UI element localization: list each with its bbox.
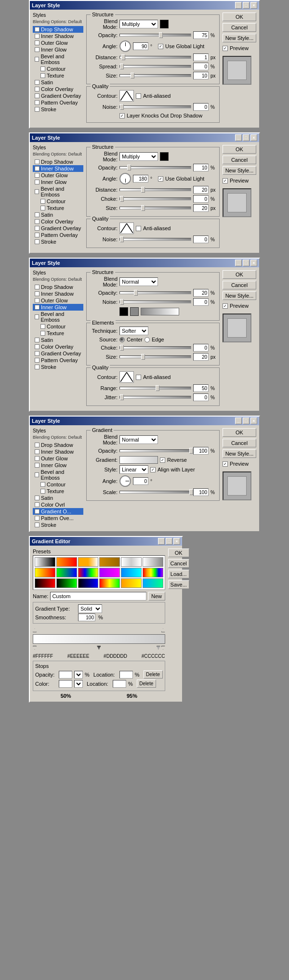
ge-load-btn[interactable]: Load...: [168, 570, 189, 578]
preset-2[interactable]: [56, 557, 77, 567]
maximize-btn-3[interactable]: □: [243, 260, 250, 266]
preview-cb-4[interactable]: [223, 461, 228, 467]
sidebar-item-drop-shadow-3[interactable]: Drop Shadow: [33, 284, 83, 290]
color-delete-btn[interactable]: Delete: [137, 679, 156, 688]
opacity-slider-1[interactable]: [119, 34, 191, 37]
ge-save-btn[interactable]: Save...: [168, 580, 189, 589]
distance-slider-2[interactable]: [119, 188, 191, 191]
noise-input-3[interactable]: [193, 298, 209, 306]
sidebar-item-bevel-4[interactable]: Bevel and Emboss: [33, 469, 83, 481]
preset-8[interactable]: [56, 568, 77, 577]
opacity-thumb-2[interactable]: [127, 165, 131, 170]
new-btn-ge[interactable]: New: [148, 592, 165, 601]
blend-mode-select-1[interactable]: Multiply: [119, 20, 158, 28]
sidebar-item-inner-shadow-2[interactable]: Inner Shadow: [33, 165, 83, 172]
jitter-slider-3[interactable]: [119, 396, 191, 399]
cancel-btn-2[interactable]: Cancel: [223, 156, 256, 164]
anti-aliased-cb-1[interactable]: [136, 93, 141, 99]
angle-circle-1[interactable]: [119, 40, 131, 52]
distance-thumb-1[interactable]: [121, 54, 125, 60]
size-slider-2[interactable]: [119, 207, 191, 209]
sidebar-item-satin-1[interactable]: Satin: [33, 79, 83, 86]
sidebar-item-drop-shadow-4[interactable]: Drop Shadow: [33, 442, 83, 448]
opacity-input-4[interactable]: [193, 447, 209, 455]
jitter-thumb-3[interactable]: [120, 394, 124, 400]
preset-3[interactable]: [78, 557, 99, 567]
ok-btn-4[interactable]: OK: [223, 428, 256, 437]
ok-btn-2[interactable]: OK: [223, 145, 256, 154]
layer-knocks-cb-1[interactable]: [119, 113, 125, 118]
sidebar-item-satin-2[interactable]: Satin: [33, 211, 83, 218]
stop-100pct[interactable]: [161, 646, 165, 650]
preset-6[interactable]: [143, 557, 163, 567]
sidebar-item-color-overlay-2[interactable]: Color Overlay: [33, 218, 83, 225]
sidebar-item-drop-shadow-1[interactable]: Drop Shadow: [33, 26, 83, 33]
sidebar-item-contour-3[interactable]: Contour: [33, 323, 83, 330]
color-location-input[interactable]: [113, 680, 126, 688]
noise-thumb-1[interactable]: [120, 104, 124, 110]
sidebar-item-texture-2[interactable]: Texture: [33, 205, 83, 211]
sidebar-item-outer-glow-2[interactable]: Outer Glow: [33, 172, 83, 179]
ok-btn-1[interactable]: OK: [223, 13, 256, 21]
maximize-btn-1[interactable]: □: [243, 2, 250, 9]
scale-input-4[interactable]: [193, 488, 209, 496]
noise-input-2[interactable]: [193, 235, 209, 243]
sidebar-item-gradient-overlay-3[interactable]: Gradient Overlay: [33, 350, 83, 357]
cancel-btn-1[interactable]: Cancel: [223, 23, 256, 32]
sidebar-item-color-overlay-1[interactable]: Color Overlay: [33, 86, 83, 92]
source-edge-radio-3[interactable]: [144, 337, 150, 342]
style-select-4[interactable]: Linear: [119, 465, 148, 474]
ge-maximize-btn[interactable]: □: [166, 538, 172, 545]
glow-gradient-swatch-3[interactable]: [130, 307, 139, 316]
preset-16[interactable]: [99, 578, 120, 588]
stop-50pct[interactable]: [97, 646, 101, 650]
sidebar-item-contour-4[interactable]: Contour: [33, 481, 83, 488]
top-stop-right[interactable]: [161, 628, 165, 632]
color-step-btn[interactable]: [74, 680, 83, 688]
sidebar-item-contour-1[interactable]: Contour: [33, 65, 83, 72]
choke-thumb-3[interactable]: [120, 345, 124, 351]
noise-slider-2[interactable]: [119, 238, 191, 241]
preset-4[interactable]: [99, 557, 120, 567]
sidebar-item-stroke-3[interactable]: Stroke: [33, 364, 83, 370]
angle-input-2[interactable]: [133, 175, 148, 183]
contour-preview-3[interactable]: [119, 371, 134, 383]
sidebar-item-gradient-overlay-4[interactable]: Gradient O...: [33, 508, 83, 515]
angle-circle-4[interactable]: [119, 475, 131, 487]
angle-input-1[interactable]: [133, 42, 148, 50]
contour-preview-2[interactable]: [119, 222, 134, 234]
sidebar-item-inner-shadow-3[interactable]: Inner Shadow: [33, 290, 83, 297]
contour-preview-1[interactable]: [119, 90, 134, 102]
distance-thumb-2[interactable]: [141, 187, 145, 193]
close-btn-2[interactable]: ×: [250, 134, 257, 141]
stop-95pct[interactable]: [157, 646, 160, 650]
preset-1[interactable]: [35, 557, 55, 567]
sidebar-item-bevel-1[interactable]: Bevel and Emboss: [33, 53, 83, 65]
opacity-slider-3[interactable]: [119, 291, 191, 294]
stop-0pct[interactable]: [33, 646, 37, 650]
sidebar-item-inner-glow-3[interactable]: Inner Glow: [33, 304, 83, 311]
source-center-radio-3[interactable]: [119, 337, 125, 342]
sidebar-item-color-overlay-4[interactable]: Color Ovrl: [33, 501, 83, 508]
opacity-input-2[interactable]: [193, 164, 209, 171]
anti-aliased-cb-2[interactable]: [136, 226, 141, 231]
scale-slider-4[interactable]: [119, 491, 191, 494]
sidebar-item-satin-3[interactable]: Satin: [33, 337, 83, 343]
sidebar-item-inner-shadow-1[interactable]: Inner Shadow: [33, 33, 83, 39]
reverse-cb-4[interactable]: [160, 457, 165, 463]
sidebar-item-inner-glow-1[interactable]: Inner Glow: [33, 46, 83, 53]
size-input-1[interactable]: [193, 72, 209, 79]
size-input-3[interactable]: [193, 353, 209, 361]
preview-cb-3[interactable]: [223, 303, 228, 309]
spread-input-1[interactable]: [193, 63, 209, 70]
blend-mode-select-3[interactable]: Normal: [119, 277, 158, 286]
opacity-slider-4[interactable]: [119, 449, 191, 452]
choke-thumb-2[interactable]: [120, 196, 124, 202]
preview-cb-1[interactable]: [223, 46, 228, 51]
sidebar-item-bevel-3[interactable]: Bevel and Emboss: [33, 311, 83, 323]
gradient-preview-4[interactable]: [119, 456, 158, 464]
minimize-btn-4[interactable]: _: [235, 418, 242, 424]
preset-18[interactable]: [143, 578, 163, 588]
maximize-btn-4[interactable]: □: [243, 418, 250, 424]
opacity-thumb-4[interactable]: [189, 448, 193, 454]
